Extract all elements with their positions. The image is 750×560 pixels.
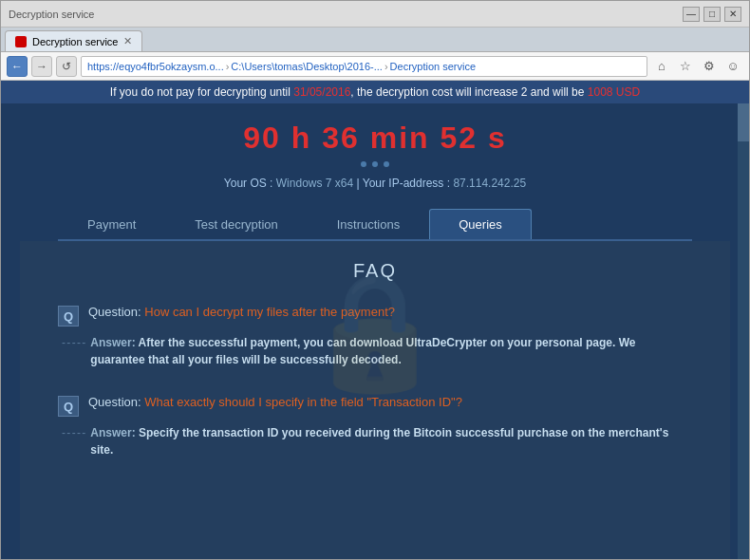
- address-input[interactable]: https://eqyo4fbr5okzaysm.o... › C:\Users…: [81, 56, 647, 77]
- smiley-icon[interactable]: ☺: [722, 56, 743, 77]
- countdown-timer: 90 h 36 min 52 s: [1, 121, 749, 156]
- ip-value: 87.114.242.25: [453, 177, 526, 190]
- minimize-button[interactable]: —: [683, 7, 700, 22]
- answer-text-2: Answer: Specify the transaction ID you r…: [90, 424, 692, 458]
- tab-close-icon[interactable]: ✕: [123, 35, 132, 47]
- question-content-2: What exactly should I specify in the fie…: [144, 395, 462, 409]
- browser-tab-label: Decryption service: [32, 36, 118, 47]
- faq-content: FAQ Q Question: How can I decrypt my fil…: [20, 241, 730, 559]
- system-info: Your OS : Windows 7 x64 | Your IP-addres…: [1, 177, 749, 190]
- dot-2: [372, 161, 378, 167]
- question-label-1: Question:: [88, 305, 144, 319]
- main-content: 🔒 90 h 36 min 52 s Your OS : Windows 7 x…: [1, 103, 749, 559]
- tab-test-decryption[interactable]: Test decryption: [165, 209, 307, 239]
- warning-middle: , the decryption cost will increase 2 an…: [350, 85, 587, 99]
- answer-text-1: Answer: After the successful payment, yo…: [90, 334, 692, 368]
- warning-prefix: If you do not pay for decrypting until: [110, 85, 293, 99]
- question-text-1: Question: How can I decrypt my files aft…: [88, 305, 395, 319]
- faq-item-1: Q Question: How can I decrypt my files a…: [58, 305, 692, 368]
- maximize-button[interactable]: □: [703, 7, 721, 22]
- scrollbar-thumb[interactable]: [738, 103, 749, 141]
- question-label-2: Question:: [88, 395, 144, 409]
- star-icon[interactable]: ☆: [675, 56, 696, 77]
- refresh-button[interactable]: ↺: [56, 56, 77, 77]
- warning-bar: If you do not pay for decrypting until 3…: [1, 81, 749, 103]
- dot-1: [361, 161, 366, 167]
- timer-section: 90 h 36 min 52 s Your OS : Windows 7 x64…: [1, 103, 749, 199]
- q-badge-1: Q: [58, 306, 79, 327]
- tab-payment[interactable]: Payment: [58, 209, 165, 239]
- address-bar: ← → ↺ https://eqyo4fbr5okzaysm.o... › C:…: [1, 52, 749, 81]
- question-row-1: Q Question: How can I decrypt my files a…: [58, 305, 692, 327]
- window-title: Decryption service: [9, 9, 94, 20]
- settings-icon[interactable]: ⚙: [699, 56, 720, 77]
- browser-tab[interactable]: Decryption service ✕: [5, 30, 142, 51]
- answer-row-2: - - - - - Answer: Specify the transactio…: [58, 424, 692, 458]
- question-text-2: Question: What exactly should I specify …: [88, 395, 462, 409]
- ip-label: | Your IP-address :: [357, 177, 451, 190]
- dot-3: [384, 161, 389, 167]
- window-controls: — □ ✕: [683, 7, 741, 22]
- back-button[interactable]: ←: [7, 56, 28, 77]
- answer-dashes-2: - - - - -: [62, 424, 84, 439]
- scrollbar-track[interactable]: [738, 103, 749, 559]
- path1-text: C:\Users\tomas\Desktop\2016-...: [231, 61, 383, 72]
- os-label: Your OS :: [224, 177, 273, 190]
- title-bar: Decryption service — □ ✕: [1, 1, 749, 28]
- tab-queries[interactable]: Queries: [429, 209, 532, 239]
- q-badge-2: Q: [58, 396, 79, 417]
- toolbar-icons: ⌂ ☆ ⚙ ☺: [651, 56, 743, 77]
- tab-bar: Decryption service ✕: [1, 28, 749, 52]
- home-icon[interactable]: ⌂: [651, 56, 672, 77]
- tab-favicon: [15, 36, 27, 47]
- answer-content-1: After the successful payment, you can do…: [90, 336, 635, 366]
- answer-label-1: Answer:: [90, 336, 138, 349]
- warning-date: 31/05/2016: [293, 85, 350, 99]
- question-content-1: How can I decrypt my files after the pay…: [144, 305, 395, 319]
- question-row-2: Q Question: What exactly should I specif…: [58, 395, 692, 417]
- close-button[interactable]: ✕: [724, 7, 741, 22]
- answer-label-2: Answer:: [90, 426, 139, 439]
- answer-dashes-1: - - - - -: [62, 334, 84, 349]
- faq-title: FAQ: [58, 260, 692, 282]
- answer-row-1: - - - - - Answer: After the successful p…: [58, 334, 692, 368]
- tab-instructions[interactable]: Instructions: [308, 209, 429, 239]
- forward-button[interactable]: →: [31, 56, 52, 77]
- url-text: https://eqyo4fbr5okzaysm.o...: [87, 61, 224, 72]
- os-value: Windows 7 x64: [276, 177, 353, 190]
- faq-item-2: Q Question: What exactly should I specif…: [58, 395, 692, 458]
- warning-amount: 1008 USD: [588, 85, 640, 99]
- browser-window: Decryption service — □ ✕ Decryption serv…: [0, 0, 750, 560]
- answer-content-2: Specify the transaction ID you received …: [90, 426, 668, 457]
- timer-dots: [1, 161, 749, 167]
- navigation-tabs: Payment Test decryption Instructions Que…: [58, 209, 692, 241]
- path2-text: Decryption service: [390, 61, 476, 72]
